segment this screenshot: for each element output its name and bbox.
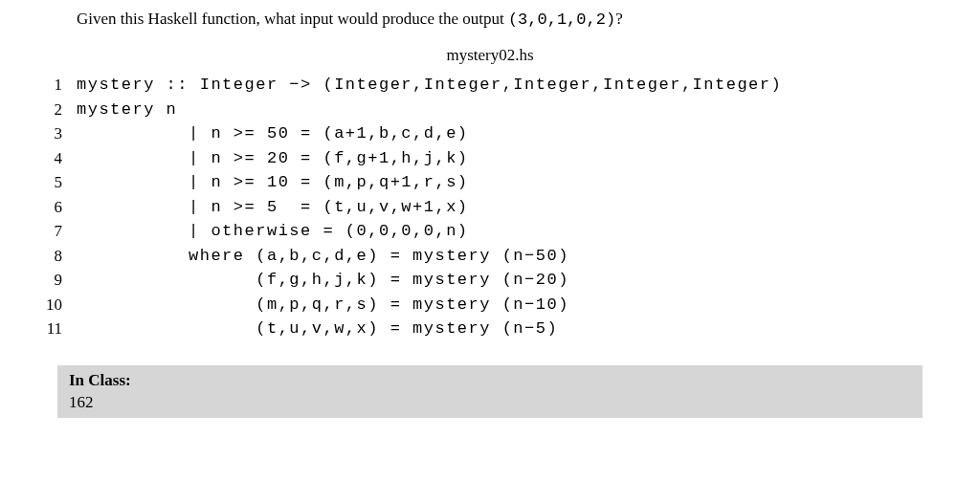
in-class-label: In Class: bbox=[69, 371, 911, 390]
line-number: 7 bbox=[29, 219, 62, 244]
in-class-box: In Class: 162 bbox=[57, 365, 923, 418]
line-number: 9 bbox=[29, 268, 62, 293]
line-number: 2 bbox=[29, 98, 62, 122]
code-line: (t,u,v,w,x) = mystery (n−5) bbox=[77, 317, 782, 341]
code-block: 1 2 3 4 5 6 7 8 9 10 11 mystery :: Integ… bbox=[29, 73, 903, 341]
line-number: 6 bbox=[29, 195, 62, 220]
line-number: 8 bbox=[29, 244, 62, 269]
line-number: 11 bbox=[29, 317, 62, 341]
code-line: | n >= 5 = (t,u,v,w+1,x) bbox=[77, 195, 782, 220]
code-line: | n >= 20 = (f,g+1,h,j,k) bbox=[77, 146, 782, 171]
code-content: mystery :: Integer −> (Integer,Integer,I… bbox=[77, 73, 782, 341]
code-line: | n >= 10 = (m,p,q+1,r,s) bbox=[77, 170, 782, 195]
line-number: 10 bbox=[29, 293, 62, 317]
code-line: | otherwise = (0,0,0,0,n) bbox=[77, 219, 782, 244]
code-line: (m,p,q,r,s) = mystery (n−10) bbox=[77, 293, 782, 317]
code-line: (f,g,h,j,k) = mystery (n−20) bbox=[77, 268, 782, 293]
question-suffix: ? bbox=[615, 10, 623, 28]
line-number: 3 bbox=[29, 121, 62, 146]
question-output-value: (3,0,1,0,2) bbox=[508, 11, 615, 29]
question-text: Given this Haskell function, what input … bbox=[77, 10, 903, 29]
code-filename: mystery02.hs bbox=[77, 46, 903, 65]
line-numbers-gutter: 1 2 3 4 5 6 7 8 9 10 11 bbox=[29, 73, 77, 341]
line-number: 1 bbox=[29, 73, 62, 98]
line-number: 4 bbox=[29, 146, 62, 171]
line-number: 5 bbox=[29, 170, 62, 195]
code-line: mystery n bbox=[77, 98, 782, 122]
in-class-value: 162 bbox=[69, 393, 911, 412]
question-prefix: Given this Haskell function, what input … bbox=[77, 10, 508, 28]
code-line: mystery :: Integer −> (Integer,Integer,I… bbox=[77, 73, 782, 98]
code-line: where (a,b,c,d,e) = mystery (n−50) bbox=[77, 244, 782, 269]
code-line: | n >= 50 = (a+1,b,c,d,e) bbox=[77, 121, 782, 146]
